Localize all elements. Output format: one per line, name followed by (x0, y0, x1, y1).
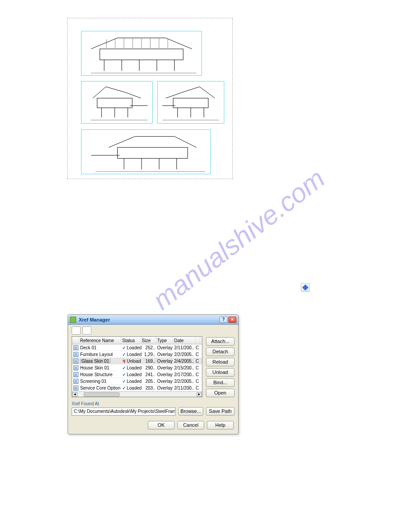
row-status: ✓Loaded (121, 386, 142, 390)
check-icon: ✓ (122, 352, 126, 357)
row-name: House Structure (79, 372, 121, 377)
dwg-file-icon: D (72, 386, 79, 390)
row-size: 203.. (142, 386, 156, 390)
table-row[interactable]: DGlass Skin 01↯Unload169..Overlay2/4/200… (72, 358, 202, 365)
dwg-file-icon: D (72, 372, 79, 377)
dwg-file-icon: D (72, 359, 79, 364)
help-titlebar-button[interactable]: ? (219, 317, 227, 323)
row-size: 205.. (142, 379, 156, 384)
dialog-bottom-buttons: OK Cancel Help (68, 418, 238, 434)
dwg-file-icon: D (72, 379, 79, 384)
dialog-toolbar (68, 325, 238, 336)
row-status: ✓Loaded (121, 345, 142, 350)
row-extra: C (196, 359, 200, 364)
scroll-left-icon[interactable]: ◄ (72, 392, 77, 397)
scroll-thumb[interactable] (84, 392, 120, 397)
column-header-type[interactable]: Type (156, 337, 173, 344)
elevation-box (81, 31, 202, 76)
check-icon: ✓ (122, 345, 126, 350)
svg-rect-15 (97, 98, 132, 108)
xref-manager-dialog: Xref Manager ? × Reference Name Status S… (68, 314, 239, 434)
row-date: 2/2/2005.. (173, 379, 196, 384)
row-status: ✓Loaded (121, 365, 142, 370)
ok-button[interactable]: OK (148, 421, 175, 429)
table-row[interactable]: DHouse Skin 01✓Loaded290..Overlay2/15/20… (72, 365, 202, 371)
row-extra: C (196, 352, 200, 357)
house-elevation-icon (81, 82, 152, 123)
bind-button[interactable]: Bind... (206, 378, 235, 387)
elevation-box (81, 129, 211, 174)
row-name: Service Core Option 01 (79, 386, 121, 390)
cancel-button[interactable]: Cancel (177, 421, 204, 429)
column-header-extra[interactable] (196, 337, 200, 344)
check-icon: ✓ (122, 365, 126, 370)
row-size: 241.. (142, 372, 156, 377)
tree-view-icon[interactable] (82, 326, 91, 335)
elevation-box (157, 81, 224, 124)
row-name: Glass Skin 01 (79, 359, 121, 364)
list-view-icon[interactable] (72, 326, 81, 335)
house-elevation-icon (81, 31, 201, 75)
tool-diamond-icon[interactable] (301, 283, 310, 292)
horizontal-scrollbar[interactable]: ◄ ► (72, 391, 202, 397)
help-button[interactable]: Help (207, 421, 234, 429)
row-extra: C (196, 372, 200, 377)
check-icon: ✓ (122, 379, 126, 384)
svg-rect-0 (100, 49, 183, 60)
svg-rect-27 (117, 147, 188, 159)
close-icon[interactable]: × (228, 317, 236, 323)
browse-button[interactable]: Browse... (178, 407, 203, 416)
row-type: Overlay (156, 379, 173, 384)
column-header-name[interactable]: Reference Name (79, 337, 121, 344)
table-row[interactable]: DService Core Option 01✓Loaded203..Overl… (72, 385, 202, 391)
row-status: ✓Loaded (121, 352, 142, 357)
row-size: 169.. (142, 359, 156, 364)
check-icon: ✓ (122, 386, 126, 390)
table-row[interactable]: DFurniture Layout✓Loaded1,29..Overlay2/2… (72, 351, 202, 358)
row-type: Overlay (156, 345, 173, 350)
xref-path-input[interactable]: C:\My Documents\Autodesk\My Projects\Ste… (72, 408, 176, 416)
xref-found-label: Xref Found At (72, 401, 99, 406)
dialog-titlebar: Xref Manager ? × (68, 315, 238, 325)
save-path-button[interactable]: Save Path (206, 407, 235, 416)
row-extra: C (196, 365, 200, 370)
column-header-date[interactable]: Date (173, 337, 196, 344)
row-extra: C (196, 379, 200, 384)
house-elevation-icon (158, 82, 224, 123)
row-size: 290.. (142, 365, 156, 370)
dialog-title: Xref Manager (79, 317, 218, 322)
row-type: Overlay (156, 386, 173, 390)
row-date: 2/2/2005.. (173, 352, 196, 357)
elevation-box (81, 81, 153, 124)
table-row[interactable]: DDeck 01✓Loaded252..Overlay2/11/200..C (72, 344, 202, 351)
row-extra: C (196, 345, 200, 350)
row-date: 2/17/200.. (173, 372, 196, 377)
row-status: ↯Unload (121, 359, 142, 364)
unload-icon: ↯ (122, 359, 126, 364)
row-status: ✓Loaded (121, 372, 142, 377)
row-status: ✓Loaded (121, 379, 142, 384)
column-header-status[interactable]: Status (121, 337, 142, 344)
drawing-canvas (67, 18, 233, 179)
open-button[interactable]: Open (206, 389, 235, 397)
table-row[interactable]: DScreening 01✓Loaded205..Overlay2/2/2005… (72, 378, 202, 385)
check-icon: ✓ (122, 372, 126, 377)
column-header-size[interactable]: Size (142, 337, 156, 344)
detach-button[interactable]: Detach (206, 348, 235, 356)
scroll-right-icon[interactable]: ► (197, 392, 202, 397)
unload-button[interactable]: Unload (206, 368, 235, 377)
row-date: 2/11/200.. (173, 345, 196, 350)
row-name: Screening 01 (79, 379, 121, 384)
row-type: Overlay (156, 372, 173, 377)
row-extra: C (196, 386, 200, 390)
table-row[interactable]: DHouse Structure✓Loaded241..Overlay2/17/… (72, 371, 202, 378)
attach-button[interactable]: Attach... (206, 337, 235, 346)
row-date: 2/11/200.. (173, 386, 196, 390)
dwg-file-icon: D (72, 345, 79, 350)
row-name: Furniture Layout (79, 352, 121, 357)
side-button-column: Attach... Detach Reload Unload Bind... O… (206, 336, 235, 397)
xref-found-section: Xref Found At C:\My Documents\Autodesk\M… (68, 400, 238, 418)
reload-button[interactable]: Reload (206, 358, 235, 366)
row-name: Deck 01 (79, 345, 121, 350)
dwg-file-icon: D (72, 352, 79, 357)
